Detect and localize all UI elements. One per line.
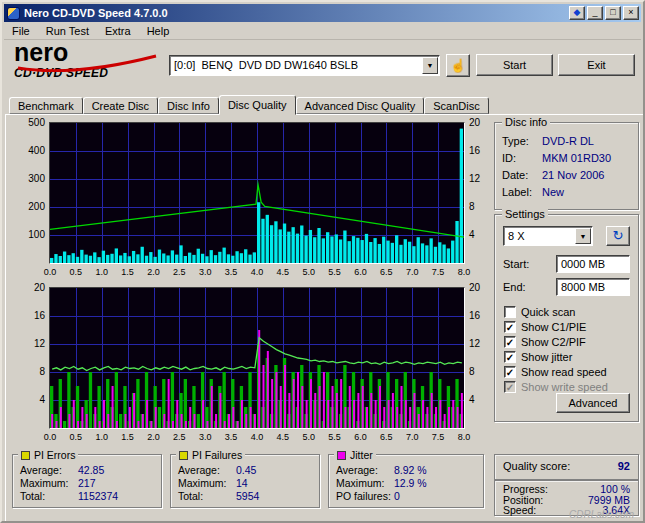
stats-row: PO failures:0 [336, 490, 477, 503]
axis-tick-label: 0.5 [65, 432, 87, 442]
disc-info-title: Disc info [502, 116, 550, 128]
disc-info-label: ID: [502, 150, 542, 167]
menu-item-run-test[interactable]: Run Test [38, 23, 97, 39]
stats-row: Maximum:12.9 % [336, 477, 477, 490]
disc-info-groupbox: Disc info Type:DVD-R DLID:MKM 01RD30Date… [494, 122, 639, 210]
menu-item-extra[interactable]: Extra [97, 23, 139, 39]
checkbox-show-write-speed[interactable]: ✓Show write speed [504, 379, 636, 394]
start-label: Start: [503, 258, 529, 270]
advanced-button[interactable]: Advanced [556, 393, 630, 413]
start-button[interactable]: Start [476, 54, 553, 76]
axis-tick-label: 20 [469, 282, 480, 293]
pi-failures-legend-icon [179, 451, 188, 460]
eject-tray-button[interactable]: ☝ [446, 54, 470, 77]
axis-tick-label: 8 [9, 366, 45, 377]
axis-tick-label: 1.5 [117, 432, 139, 442]
titlebar[interactable]: Nero CD-DVD Speed 4.7.0.0 ◆_□× [4, 4, 641, 22]
close-button[interactable]: × [623, 6, 639, 20]
stats-row: Average:8.92 % [336, 464, 477, 477]
quality-score-row: Quality score: 92 [495, 455, 638, 472]
axis-tick-label: 100 [9, 229, 45, 240]
start-position-input[interactable]: 0000 MB [556, 255, 630, 273]
chart-plot [49, 122, 465, 264]
maximize-button[interactable]: □ [605, 6, 621, 20]
axis-tick-label: 12 [9, 338, 45, 349]
app-icon [7, 7, 20, 20]
menu-bar: FileRun TestExtraHelp [4, 22, 641, 40]
stats-value: 12.9 % [394, 477, 427, 490]
axis-tick-label: 7.5 [427, 267, 449, 277]
checkbox-box: ✓ [504, 336, 516, 348]
axis-tick-label: 4 [469, 229, 475, 240]
checkbox-label: Show write speed [521, 381, 608, 393]
axis-tick-label: 4 [469, 394, 475, 405]
axis-tick-label: 0.0 [39, 432, 61, 442]
settings-checkboxes: Quick scan✓Show C1/PIE✓Show C2/PIF✓Show … [504, 304, 636, 394]
axis-tick-label: 8 [469, 201, 475, 212]
checkbox-label: Show C2/PIF [521, 336, 586, 348]
disc-info-row: Type:DVD-R DL [495, 133, 638, 150]
stats-value: 42.85 [78, 464, 104, 477]
speed-select[interactable]: 8 X ▼ [503, 226, 593, 246]
stats-label: Average: [178, 464, 236, 477]
pi-failures-chart-area: 48121620481216200.00.51.01.52.02.53.03.5… [9, 285, 491, 445]
checkbox-label: Quick scan [521, 306, 575, 318]
axis-tick-label: 20 [469, 117, 480, 128]
progress-value: 100 % [600, 484, 630, 495]
disc-info-value: 21 Nov 2006 [542, 167, 604, 184]
tab-disc-info[interactable]: Disc Info [158, 97, 219, 114]
stats-value: 8.92 % [394, 464, 427, 477]
logo-swoosh-icon [14, 54, 164, 72]
exit-button[interactable]: Exit [558, 54, 635, 76]
checkbox-box: ✓ [504, 351, 516, 363]
drive-select[interactable]: [0:0] BENQ DVD DD DW1640 BSLB ▼ [169, 55, 440, 76]
tab-advanced-disc-quality[interactable]: Advanced Disc Quality [296, 97, 425, 114]
stats-row: Average:42.85 [20, 464, 155, 477]
chevron-down-icon[interactable]: ▼ [575, 228, 591, 244]
checkbox-show-c2-pif[interactable]: ✓Show C2/PIF [504, 334, 636, 349]
disc-info-value: DVD-R DL [542, 133, 594, 150]
checkbox-quick-scan[interactable]: Quick scan [504, 304, 636, 319]
tab-scandisc[interactable]: ScanDisc [424, 97, 488, 114]
stats-value: 0.45 [236, 464, 256, 477]
refresh-button[interactable]: ↻ [606, 226, 630, 246]
axis-tick-label: 6.5 [375, 267, 397, 277]
menu-item-file[interactable]: File [4, 23, 38, 39]
axis-tick-label: 7.0 [401, 432, 423, 442]
disc-info-label: Type: [502, 133, 542, 150]
tab-create-disc[interactable]: Create Disc [83, 97, 158, 114]
stats-box-jitter: JitterAverage:8.92 %Maximum:12.9 %PO fai… [328, 454, 484, 508]
app-window: Nero CD-DVD Speed 4.7.0.0 ◆_□× FileRun T… [0, 0, 645, 523]
axis-tick-label: 5.5 [324, 432, 346, 442]
start-position-row: Start: 0000 MB [503, 255, 630, 273]
end-position-input[interactable]: 8000 MB [556, 278, 630, 296]
disc-info-row: ID:MKM 01RD30 [495, 150, 638, 167]
checkbox-show-c1-pie[interactable]: ✓Show C1/PIE [504, 319, 636, 334]
axis-tick-label: 2.0 [143, 267, 165, 277]
stats-rows: Average:42.85Maximum:217Total:1152374 [13, 455, 161, 503]
minimize-button[interactable]: _ [587, 6, 603, 20]
checkbox-box [504, 306, 516, 318]
checkbox-label: Show C1/PIE [521, 321, 586, 333]
axis-tick-label: 5.0 [298, 432, 320, 442]
stats-label: Maximum: [178, 477, 236, 490]
axis-tick-label: 16 [469, 145, 480, 156]
checkbox-box: ✓ [504, 366, 516, 378]
stats-value: 0 [394, 490, 400, 503]
pi-errors-read-speed-chart [50, 123, 464, 263]
checkbox-show-jitter[interactable]: ✓Show jitter [504, 349, 636, 364]
stats-label: Maximum: [336, 477, 394, 490]
tab-benchmark[interactable]: Benchmark [9, 97, 83, 114]
tab-disc-quality[interactable]: Disc Quality [219, 95, 296, 115]
axis-tick-label: 6.0 [350, 432, 372, 442]
axis-tick-label: 300 [9, 173, 45, 184]
quality-score-groupbox: Quality score: 92 [494, 454, 639, 480]
stats-box-header: PI Failures [176, 449, 245, 461]
nero-button[interactable]: ◆ [569, 6, 585, 20]
checkbox-label: Show jitter [521, 351, 572, 363]
axis-tick-label: 20 [9, 282, 45, 293]
menu-item-help[interactable]: Help [139, 23, 178, 39]
nero-logo: nero CD·DVD SPEED [14, 41, 164, 89]
chevron-down-icon[interactable]: ▼ [422, 57, 438, 74]
checkbox-show-read-speed[interactable]: ✓Show read speed [504, 364, 636, 379]
